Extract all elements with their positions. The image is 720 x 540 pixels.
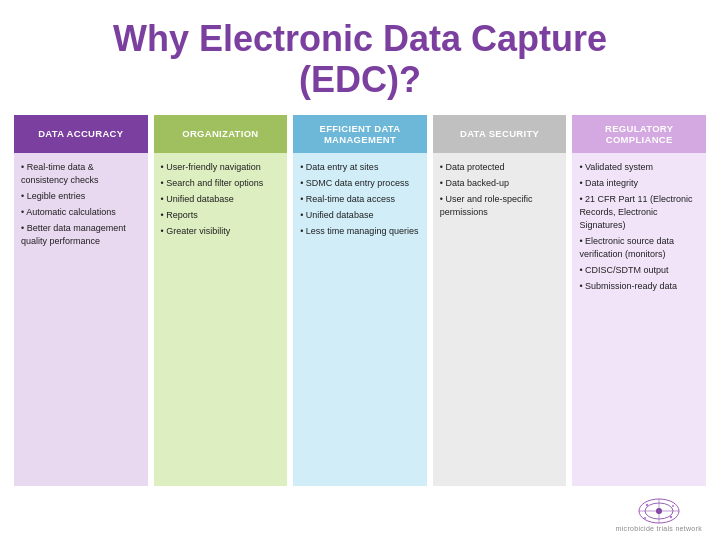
column-organization: ORGANIZATION User-friendly navigation Se… — [154, 115, 288, 486]
list-item: CDISC/SDTM output — [579, 264, 699, 277]
list-item: SDMC data entry process — [300, 177, 420, 190]
list-item: Unified database — [300, 209, 420, 222]
logo: microbicide trials network — [616, 497, 702, 532]
title-section: Why Electronic Data Capture (EDC)? — [0, 0, 720, 115]
list-item: Data integrity — [579, 177, 699, 190]
col-body-security: Data protected Data backed-up User and r… — [433, 153, 567, 486]
list-item: Data protected — [440, 161, 560, 174]
list-item: Data entry at sites — [300, 161, 420, 174]
column-efficient: EFFICIENT DATA MANAGEMENT Data entry at … — [293, 115, 427, 486]
column-accuracy: DATA ACCURACY Real-time data & consisten… — [14, 115, 148, 486]
column-security: DATA SECURITY Data protected Data backed… — [433, 115, 567, 486]
list-item: Better data management quality performan… — [21, 222, 141, 248]
list-item: Less time managing queries — [300, 225, 420, 238]
col-body-regulatory: Validated system Data integrity 21 CFR P… — [572, 153, 706, 486]
svg-point-8 — [644, 517, 646, 519]
col-header-security: DATA SECURITY — [433, 115, 567, 153]
footer: microbicide trials network — [0, 496, 720, 540]
col-body-accuracy: Real-time data & consistency checks Legi… — [14, 153, 148, 486]
col-header-accuracy: DATA ACCURACY — [14, 115, 148, 153]
list-item: Automatic calculations — [21, 206, 141, 219]
list-item: Reports — [161, 209, 281, 222]
list-item: Submission-ready data — [579, 280, 699, 293]
page: Why Electronic Data Capture (EDC)? DATA … — [0, 0, 720, 540]
list-item: Validated system — [579, 161, 699, 174]
list-item: User-friendly navigation — [161, 161, 281, 174]
col-header-organization: ORGANIZATION — [154, 115, 288, 153]
svg-point-5 — [646, 504, 648, 506]
list-item: Real-time data & consistency checks — [21, 161, 141, 187]
column-regulatory: REGULATORY COMPLIANCE Validated system D… — [572, 115, 706, 486]
list-item: User and role-specific permissions — [440, 193, 560, 219]
columns-container: DATA ACCURACY Real-time data & consisten… — [0, 115, 720, 496]
col-body-organization: User-friendly navigation Search and filt… — [154, 153, 288, 486]
list-item: Greater visibility — [161, 225, 281, 238]
logo-text: microbicide trials network — [616, 525, 702, 532]
col-body-efficient: Data entry at sites SDMC data entry proc… — [293, 153, 427, 486]
list-item: 21 CFR Part 11 (Electronic Records, Elec… — [579, 193, 699, 232]
list-item: Data backed-up — [440, 177, 560, 190]
list-item: Legible entries — [21, 190, 141, 203]
svg-point-7 — [672, 505, 674, 507]
list-item: Electronic source data verification (mon… — [579, 235, 699, 261]
page-title: Why Electronic Data Capture (EDC)? — [20, 18, 700, 101]
svg-point-6 — [670, 516, 672, 518]
list-item: Real-time data access — [300, 193, 420, 206]
col-header-efficient: EFFICIENT DATA MANAGEMENT — [293, 115, 427, 153]
list-item: Unified database — [161, 193, 281, 206]
col-header-regulatory: REGULATORY COMPLIANCE — [572, 115, 706, 153]
list-item: Search and filter options — [161, 177, 281, 190]
mtn-logo-icon — [637, 497, 681, 525]
